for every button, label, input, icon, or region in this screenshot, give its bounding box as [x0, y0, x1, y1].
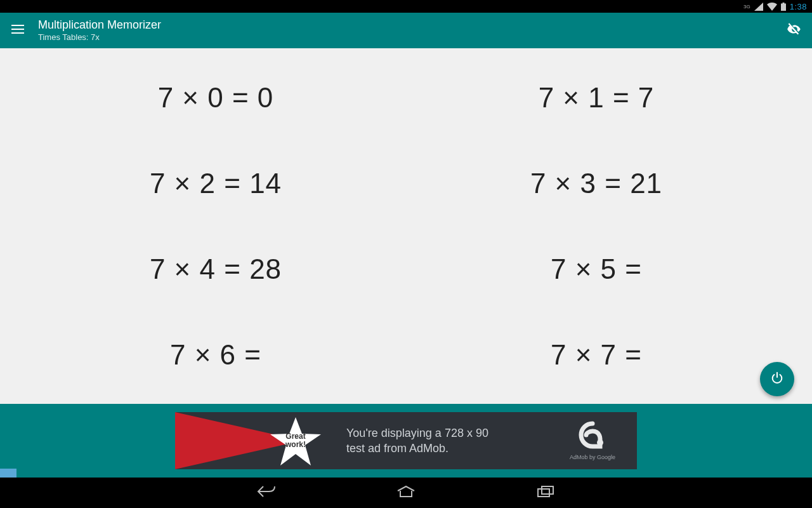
app-title: Multiplication Memorizer [38, 18, 774, 32]
ad-logo: AdMob by Google [548, 421, 637, 460]
home-icon [396, 485, 416, 500]
ad-line-2: test ad from AdMob. [346, 441, 548, 456]
visibility-off-icon [786, 21, 802, 40]
equation-cell[interactable]: 7 × 4 = 28 [25, 226, 406, 312]
equations-grid: 7 × 0 = 0 7 × 1 = 7 7 × 2 = 14 7 × 3 = 2… [0, 48, 812, 404]
svg-rect-7 [542, 486, 553, 494]
equation-cell[interactable]: 7 × 1 = 7 [406, 55, 787, 140]
menu-button[interactable] [9, 22, 27, 39]
svg-rect-3 [11, 29, 24, 30]
nav-back-button[interactable] [254, 483, 279, 503]
ad-info-badge[interactable] [0, 469, 16, 478]
back-icon [256, 485, 277, 501]
ad-graphic: Greatwork! [175, 412, 327, 469]
app-subtitle: Times Tables: 7x [38, 32, 774, 43]
equation-cell[interactable]: 7 × 7 = [406, 312, 787, 398]
equation-cell[interactable]: 7 × 2 = 14 [25, 140, 406, 226]
nav-home-button[interactable] [393, 483, 419, 503]
clock-label: 1:38 [790, 2, 807, 11]
android-status-bar: 3G 1:38 [0, 0, 812, 13]
svg-rect-2 [11, 25, 24, 26]
ad-line-1: You're displaying a 728 x 90 [346, 425, 548, 441]
admob-logo-icon [579, 421, 606, 451]
app-action-bar: Multiplication Memorizer Times Tables: 7… [0, 13, 812, 48]
action-bar-titles: Multiplication Memorizer Times Tables: 7… [38, 18, 774, 42]
hamburger-icon [11, 25, 24, 36]
ad-logo-caption: AdMob by Google [570, 454, 615, 460]
svg-rect-1 [782, 3, 784, 4]
svg-rect-4 [11, 32, 24, 34]
battery-icon [781, 3, 786, 11]
signal-icon [754, 3, 763, 11]
svg-rect-6 [538, 489, 549, 497]
ad-container: Greatwork! You're displaying a 728 x 90 … [0, 404, 812, 478]
ad-banner[interactable]: Greatwork! You're displaying a 728 x 90 … [175, 412, 637, 469]
equation-cell[interactable]: 7 × 3 = 21 [406, 140, 787, 226]
recents-icon [537, 485, 554, 500]
toggle-visibility-button[interactable] [785, 22, 803, 39]
fab-power-button[interactable] [760, 362, 794, 396]
ad-text: You're displaying a 728 x 90 test ad fro… [327, 425, 548, 457]
equation-cell[interactable]: 7 × 6 = [25, 312, 406, 398]
android-nav-bar [0, 478, 812, 508]
equation-cell[interactable]: 7 × 5 = [406, 226, 787, 312]
wifi-icon [767, 3, 777, 11]
svg-rect-0 [781, 3, 786, 11]
svg-point-5 [597, 439, 603, 446]
ad-badge-text: Greatwork! [280, 432, 311, 449]
nav-recents-button[interactable] [533, 483, 558, 503]
power-icon [770, 371, 784, 387]
equation-cell[interactable]: 7 × 0 = 0 [25, 55, 406, 140]
network-type-label: 3G [743, 4, 750, 10]
